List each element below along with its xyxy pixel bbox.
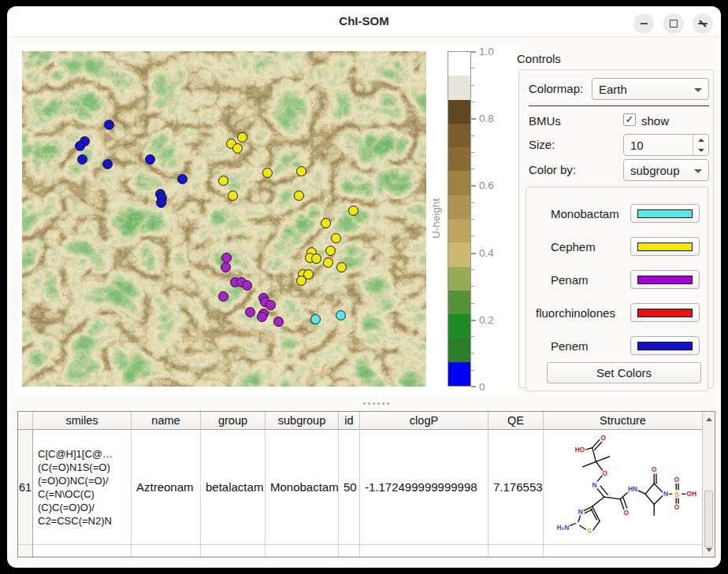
bmu-dot-penam[interactable] (257, 312, 267, 322)
size-value: 10 (630, 139, 644, 152)
bmu-dot-penem[interactable] (77, 154, 87, 165)
colorbar-tick-label: 1.0 (479, 46, 494, 57)
colorby-select[interactable]: subgroup (623, 159, 709, 181)
bmu-dot-cephem[interactable] (296, 166, 306, 176)
header-id[interactable]: id (339, 412, 360, 430)
legend-row-fluorchinolones: fluorchinolones (536, 302, 700, 324)
spin-down-button[interactable] (693, 145, 708, 155)
colorbar-wrap: U-height 1.00.80.60.40.20 (448, 51, 515, 387)
bmu-dot-cephem[interactable] (237, 132, 247, 143)
colormap-label: Colormap: (529, 82, 583, 95)
bmu-dot-cephem[interactable] (325, 246, 336, 256)
bmu-dot-cephem[interactable] (228, 191, 238, 201)
bmu-dot-penam[interactable] (221, 262, 231, 272)
close-button[interactable] (693, 13, 713, 34)
svg-text:OH: OH (686, 490, 696, 498)
colormap-select[interactable]: Earth (592, 78, 709, 100)
bmu-dot-penem[interactable] (104, 120, 114, 130)
cell-id[interactable]: 50 (339, 430, 360, 545)
legend-swatch (637, 342, 692, 350)
legend-color-button-fluorchinolones[interactable] (630, 303, 700, 322)
cell-subgroup[interactable]: Monobactam (266, 430, 339, 545)
colorbar-ticks: 1.00.80.60.40.20 (471, 51, 515, 387)
colorbar-band (448, 314, 470, 338)
colorbar-tick-label: 0.6 (479, 180, 494, 191)
cell-group[interactable]: betalactam (201, 430, 266, 545)
colorbar-tick (471, 370, 474, 371)
bmu-dot-cephem[interactable] (336, 262, 347, 272)
scroll-up-button[interactable] (703, 413, 715, 424)
svg-text:S: S (587, 526, 592, 534)
table-scrollbar[interactable] (702, 412, 715, 557)
size-spinner[interactable]: 10 (623, 134, 709, 156)
som-map[interactable] (22, 51, 426, 387)
bmu-dot-penem[interactable] (177, 174, 188, 184)
bmu-dot-cephem[interactable] (232, 143, 243, 154)
cell-name[interactable]: Aztreonam (132, 430, 201, 545)
minimize-button[interactable] (633, 13, 654, 34)
bmu-dot-cephem[interactable] (294, 191, 304, 201)
scrollbar-thumb[interactable] (704, 491, 713, 547)
bmu-dot-monobactam[interactable] (310, 314, 321, 324)
bmu-dot-penam[interactable] (245, 307, 255, 317)
cell-qe[interactable]: 7.176553 (488, 430, 544, 545)
bmu-dot-penam[interactable] (218, 291, 228, 302)
maximize-button[interactable] (663, 13, 684, 34)
cell-structure[interactable]: HO O O N O HN O N S O O OH N S H (544, 430, 702, 545)
chevron-down-icon (698, 149, 704, 152)
colorbar-tick (471, 118, 476, 120)
colorbar-tick (471, 152, 474, 153)
spin-up-button[interactable] (693, 135, 708, 145)
colorbar-band (448, 338, 470, 361)
colorbar-band (448, 195, 470, 219)
svg-text:O: O (600, 434, 606, 442)
legend-color-button-monobactam[interactable] (630, 204, 700, 223)
cell-smiles[interactable]: C[C@H]1[C@… (C(=O)N1S(=O) (=O)O)NC(=O)/ … (33, 430, 132, 545)
set-colors-button[interactable]: Set Colors (547, 362, 701, 383)
header-qe[interactable]: QE (488, 412, 544, 430)
bmu-dot-penem[interactable] (102, 159, 113, 169)
bmu-dot-penem[interactable] (156, 198, 166, 208)
header-clogp[interactable]: clogP (360, 412, 488, 430)
cell-clogp[interactable]: -1.172499999999998 (360, 430, 488, 545)
show-checkbox[interactable]: ✓ (623, 113, 636, 126)
colorbar-band (448, 147, 470, 171)
bmu-dot-monobactam[interactable] (336, 310, 346, 320)
legend-color-button-cephem[interactable] (630, 237, 700, 256)
splitter-handle[interactable] (7, 395, 721, 411)
svg-text:HN: HN (628, 484, 637, 492)
colorbar-band (448, 267, 470, 291)
colorbar-tick-label: 0.4 (479, 246, 494, 258)
scroll-down-button[interactable] (703, 544, 715, 555)
colorbar-band (448, 171, 470, 194)
header-smiles[interactable]: smiles (33, 412, 132, 430)
row-header-cell[interactable]: 61 (18, 430, 33, 545)
bmu-dot-penem[interactable] (75, 141, 85, 151)
header-group[interactable]: group (201, 412, 266, 430)
bmu-dot-cephem[interactable] (331, 233, 341, 243)
svg-text:O: O (651, 465, 656, 473)
separator (529, 106, 709, 106)
legend-swatch (637, 209, 692, 218)
colorbar-band (448, 100, 470, 124)
controls-title: Controls (517, 52, 561, 65)
bmu-dot-cephem[interactable] (218, 176, 228, 186)
bmu-dot-cephem[interactable] (296, 276, 306, 286)
bmu-dot-cephem[interactable] (321, 218, 331, 228)
bmu-dot-cephem[interactable] (348, 206, 358, 216)
bmu-dot-cephem[interactable] (323, 257, 333, 268)
bmu-dot-penam[interactable] (273, 317, 284, 327)
header-name[interactable]: name (132, 412, 201, 430)
corner-header-cell[interactable] (18, 412, 33, 430)
legend-color-button-penem[interactable] (630, 336, 700, 355)
bmu-dot-cephem[interactable] (311, 254, 321, 264)
header-subgroup[interactable]: subgroup (266, 412, 339, 430)
bmu-dot-cephem[interactable] (262, 168, 273, 178)
bmu-dot-penam[interactable] (242, 280, 252, 291)
bmu-dot-penam[interactable] (266, 300, 276, 310)
umatrix-terrain (22, 51, 426, 387)
legend-color-button-penam[interactable] (630, 270, 700, 289)
bmu-dot-penam[interactable] (221, 253, 232, 263)
header-structure[interactable]: Structure (544, 412, 702, 430)
bmu-dot-penem[interactable] (145, 154, 155, 165)
